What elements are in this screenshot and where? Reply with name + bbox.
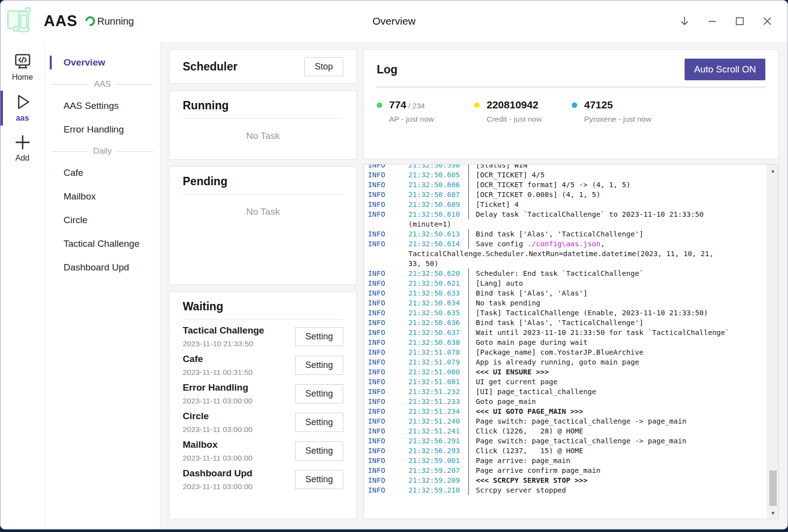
log-line: INFO21:32:50.634No task pending: [368, 298, 767, 308]
plus-icon: [13, 133, 33, 151]
waiting-task-list: Tactical Challenge2023-11-10 21:33:50Set…: [183, 320, 343, 491]
update-download-icon[interactable]: [674, 11, 695, 32]
log-message: Goto page_main: [476, 397, 767, 406]
stat-label: Pyroxene - just now: [584, 115, 651, 124]
log-line: INFO21:32:51.234<<< UI GOTO PAGE_MAIN >>…: [368, 406, 767, 416]
log-message: [Status] WIN: [476, 164, 767, 170]
stat-dot-icon: [572, 102, 577, 108]
log-message: Page arrive confirm page_main: [476, 466, 767, 475]
stat-body: 220810942Credit - just now: [487, 99, 542, 124]
sidebar-item-dashboard-upd[interactable]: Dashboard Upd: [45, 256, 160, 279]
log-message: Goto main page during wait: [476, 337, 767, 347]
log-message: <<< UI ENSURE >>>: [476, 367, 767, 377]
scroll-up-icon[interactable]: ▲: [768, 166, 778, 175]
log-separator: [468, 426, 469, 436]
log-output: INFO21:32:50.598[Status] WININFO21:32:50…: [363, 164, 779, 519]
rail-item-aas[interactable]: aas: [0, 89, 44, 128]
log-separator: [468, 347, 469, 357]
rail-item-home[interactable]: Home: [0, 49, 44, 87]
stat-label: AP - just now: [389, 115, 434, 124]
stat-dot-icon: [377, 102, 382, 108]
waiting-task-row: Dashboard Upd2023-11-11 03:00:00Setting: [183, 468, 343, 491]
log-title: Log: [377, 63, 397, 76]
log-line: INFO21:32:50.605[OCR_TICKET] 4/5: [368, 170, 767, 180]
sidebar-item-tactical-challenge[interactable]: Tactical Challenge: [45, 232, 160, 256]
waiting-title: Waiting: [183, 300, 343, 313]
log-separator: [468, 229, 469, 239]
log-timestamp: 21:32:56.293: [408, 446, 463, 456]
sidebar-item-aas-settings[interactable]: AAS Settings: [45, 94, 160, 118]
auto-scroll-toggle[interactable]: Auto Scroll ON: [685, 59, 765, 80]
log-scrollbar[interactable]: ▲ ▼: [767, 165, 778, 519]
log-line: INFO21:32:50.607[OCR_TICKET 0.008s] (4, …: [368, 190, 767, 200]
log-line: INFO21:32:50.606[OCR_TICKET format] 4/5 …: [368, 180, 767, 190]
maximize-icon[interactable]: [729, 11, 750, 32]
minimize-icon[interactable]: [702, 11, 722, 32]
log-level: INFO: [368, 485, 408, 495]
log-level: INFO: [368, 288, 408, 298]
rail-item-label: aas: [16, 114, 29, 123]
log-level: INFO: [368, 377, 408, 387]
running-card: Running No Task: [169, 91, 357, 160]
sidebar-item-error-handling[interactable]: Error Handling: [45, 118, 160, 141]
log-line: INFO21:32:50.613Bind task ['Alas', 'Tact…: [368, 229, 767, 239]
setting-button-tactical-challenge[interactable]: Setting: [295, 327, 343, 346]
home-code-monitor-icon: [13, 53, 33, 70]
log-level: INFO: [368, 328, 408, 337]
sidebar-item-overview[interactable]: Overview: [45, 51, 160, 74]
close-icon[interactable]: [757, 11, 778, 32]
log-separator: [468, 288, 469, 298]
log-timestamp: 21:32:59.210: [408, 485, 463, 495]
log-message: <<< SCRCPY SERVER STOP >>>: [476, 475, 767, 485]
log-separator: [468, 298, 469, 308]
waiting-task-row: Cafe2023-11-11 00:31:50Setting: [183, 354, 343, 377]
log-message: Page switch: page_tactical_challenge -> …: [476, 416, 767, 426]
log-timestamp: 21:32:51.232: [408, 387, 463, 397]
log-level: INFO: [368, 387, 408, 397]
scrollbar-thumb[interactable]: [769, 470, 777, 506]
setting-button-error-handling[interactable]: Setting: [295, 384, 343, 403]
setting-button-cafe[interactable]: Setting: [295, 356, 343, 375]
log-message: Delay task `TacticalChallenge` to 2023-1…: [476, 209, 767, 219]
stop-button[interactable]: Stop: [304, 57, 343, 76]
scroll-down-icon[interactable]: ▼: [768, 508, 778, 518]
log-timestamp: 21:32:51.079: [408, 357, 463, 367]
log-separator: [468, 164, 469, 170]
log-line: INFO21:32:50.635[Task] TacticalChallenge…: [368, 308, 767, 318]
setting-button-mailbox[interactable]: Setting: [295, 441, 343, 461]
log-level: INFO: [368, 170, 408, 180]
log-level: INFO: [368, 446, 408, 456]
divider-line: [116, 84, 153, 85]
log-timestamp: 21:32:50.634: [408, 298, 463, 308]
sidebar-item-label: Tactical Challenge: [64, 238, 139, 249]
sidebar-item-label: Cafe: [64, 167, 83, 178]
log-level: INFO: [368, 456, 408, 466]
sidebar-item-mailbox[interactable]: Mailbox: [45, 185, 160, 208]
sidebar-item-label: Dashboard Upd: [64, 262, 129, 272]
log-timestamp: 21:32:50.613: [408, 229, 463, 239]
task-next-run: 2023-11-11 03:00:00: [183, 482, 253, 491]
setting-button-dashboard-upd[interactable]: Setting: [295, 470, 343, 489]
log-separator: [468, 328, 469, 337]
log-level: INFO: [368, 318, 408, 328]
app-logo-icon: [5, 5, 37, 37]
nav: OverviewAASAAS SettingsError HandlingDai…: [45, 42, 161, 529]
log-separator: [468, 357, 469, 367]
log-level: INFO: [368, 298, 408, 308]
log-timestamp: 21:32:51.234: [408, 406, 463, 416]
sidebar-item-cafe[interactable]: Cafe: [45, 161, 160, 185]
log-line: INFO21:32:51.078[Package_name] com.Yosta…: [368, 347, 767, 357]
scheduler-status: Running: [85, 16, 134, 27]
sidebar-item-circle[interactable]: Circle: [45, 208, 160, 232]
log-timestamp: 21:32:50.635: [408, 308, 463, 318]
stat-ap: 774 / 234AP - just now: [377, 99, 474, 124]
log-timestamp: 21:32:50.636: [408, 318, 463, 328]
log-line-continuation: 33, 50): [368, 259, 767, 268]
sidebar-item-label: Overview: [64, 57, 105, 67]
log-separator: [468, 278, 469, 288]
log-line: INFO21:32:50.621[Lang] auto: [368, 278, 767, 288]
log-timestamp: 21:32:51.081: [408, 377, 463, 387]
log-level: INFO: [368, 416, 408, 426]
rail-item-add[interactable]: Add: [0, 130, 44, 167]
setting-button-circle[interactable]: Setting: [295, 413, 343, 432]
